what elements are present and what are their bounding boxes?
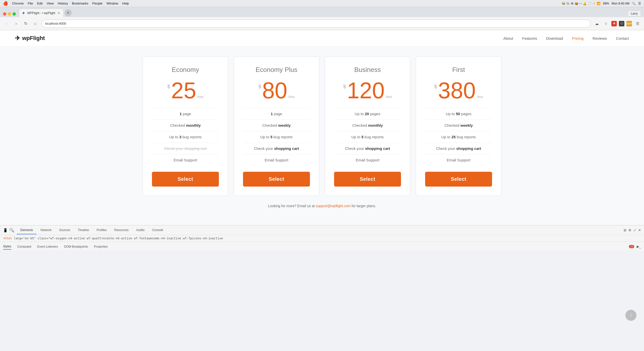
menu-bookmarks[interactable]: Bookmarks	[72, 2, 88, 5]
plan-features-economy: 1 page Checked monthly Up to 3 bug repor…	[152, 108, 219, 166]
devtools-tab-timeline[interactable]: Timeline	[74, 226, 93, 234]
feature-eplus-support: Email Support	[243, 154, 310, 166]
feature-eplus-cart: Check your shopping cart	[243, 143, 310, 154]
panel-properties[interactable]: Properties	[94, 244, 108, 249]
maximize-button[interactable]	[13, 12, 16, 16]
devtools-tab-sources[interactable]: Sources	[56, 226, 74, 234]
plan-name-economy: Economy	[172, 66, 199, 74]
devtools-tab-network[interactable]: Network	[37, 226, 55, 234]
select-button-business[interactable]: Select	[334, 172, 401, 187]
feature-economy-support: Email Support	[152, 154, 219, 166]
devtools-tab-audits[interactable]: Audits	[133, 226, 148, 234]
panel-computed[interactable]: Computed	[17, 244, 31, 249]
price-dollar-first: $	[434, 84, 437, 90]
footer-email[interactable]: support@wpflight.com	[316, 204, 351, 208]
panel-dom-breakpoints[interactable]: DOM Breakpoints	[64, 244, 88, 249]
extension-adblock-icon[interactable]: ABP	[626, 21, 632, 26]
nav-about[interactable]: About	[503, 36, 513, 40]
menu-view[interactable]: View	[47, 2, 54, 5]
feature-economy-pages: 1 page	[152, 108, 219, 119]
tab-title: WPFlight - • wpFlight	[27, 11, 55, 15]
new-tab-button[interactable]: +	[65, 9, 72, 16]
devtools-terminal-icon[interactable]: ▶_	[637, 245, 641, 248]
devtools-fullscreen-icon[interactable]: ⤢	[633, 228, 636, 232]
minimize-button[interactable]	[8, 12, 11, 16]
devtools-dock-icon[interactable]: ⊞	[624, 228, 626, 232]
extension-dark-icon[interactable]: 🛡	[619, 21, 624, 26]
pricing-cards: Economy $ 25 /mo 1 page Checked monthly …	[15, 57, 629, 196]
devtools-panel: 📱 🔍 Elements Network Sources Timeline Pr…	[0, 225, 644, 250]
feature-business-pages: Up to 20 pages	[334, 108, 401, 119]
extension-red-icon[interactable]: ✚	[611, 21, 617, 26]
price-dollar-economy: $	[167, 84, 170, 90]
menu-people[interactable]: People	[92, 2, 102, 5]
back-button[interactable]: ‹	[3, 20, 10, 27]
menu-window[interactable]: Window	[107, 2, 118, 5]
menu-history[interactable]: History	[58, 2, 68, 5]
bookmark-star-icon[interactable]: ☆	[602, 20, 609, 27]
macos-menubar: 🍎 Chrome File Edit View History Bookmark…	[0, 0, 644, 7]
forward-button[interactable]: ›	[13, 20, 20, 27]
feature-business-cart: Check your shopping cart	[334, 143, 401, 154]
site-logo[interactable]: ✈ wpFlight	[15, 35, 45, 42]
feature-business-bugs: Up to 5 bug reports	[334, 131, 401, 143]
url-input[interactable]: localhost:4000	[41, 20, 591, 28]
devtools-close-icon[interactable]: ✕	[638, 228, 641, 232]
nav-links: About Features Download Pricing Reviews …	[503, 36, 629, 40]
feature-first-support: Email Support	[425, 154, 492, 166]
address-bar-right: ☁ ☆ ✚ 🛡 ABP ☰	[593, 20, 641, 27]
active-tab[interactable]: ✈ WPFlight - • wpFlight ✕	[19, 9, 64, 17]
url-text: localhost:4000	[45, 22, 66, 25]
tab-close-button[interactable]: ✕	[57, 11, 60, 15]
price-period-first: /mo	[477, 95, 483, 99]
devtools-html-preview: <html lang="en-US" class="wf-oxygen-n4-a…	[0, 235, 644, 242]
devtools-status-bar: 14 ▶_	[629, 245, 641, 248]
price-period-economy-plus: /mo	[288, 95, 295, 99]
mobile-device-icon[interactable]: 📱	[3, 228, 8, 233]
select-button-economy-plus[interactable]: Select	[243, 172, 310, 187]
feature-first-bugs: Up to 25 bug reports	[425, 131, 492, 143]
chrome-menu-icon[interactable]: ☰	[634, 20, 641, 27]
apple-menu[interactable]: 🍎	[3, 1, 8, 6]
devtools-search-icon[interactable]: 🔍	[9, 228, 14, 233]
feature-business-check: Checked monthly	[334, 119, 401, 131]
menu-left: 🍎 Chrome File Edit View History Bookmark…	[3, 1, 129, 6]
pricing-card-economy: Economy $ 25 /mo 1 page Checked monthly …	[143, 57, 228, 196]
menu-chrome[interactable]: Chrome	[12, 2, 24, 5]
menu-icon[interactable]: ☰	[638, 2, 641, 5]
price-dollar-economy-plus: $	[258, 84, 261, 90]
error-count-badge: 14	[629, 245, 634, 248]
devtools-tab-console[interactable]: Console	[149, 226, 167, 234]
price-amount-business: 120	[347, 79, 385, 102]
feature-economy-bugs: Up to 3 bug reports	[152, 131, 219, 143]
user-profile[interactable]: Larry	[628, 11, 641, 17]
panel-styles[interactable]: Styles	[3, 244, 11, 250]
menu-file[interactable]: File	[28, 2, 33, 5]
search-icon[interactable]: 🔍	[632, 2, 636, 5]
home-button[interactable]: ⌂	[32, 20, 39, 27]
plan-features-economy-plus: 1 page Checked weekly Up to 5 bug report…	[243, 108, 310, 166]
nav-reviews[interactable]: Reviews	[593, 36, 607, 40]
devtools-tab-elements[interactable]: Elements	[17, 226, 36, 234]
select-button-economy[interactable]: Select	[152, 172, 219, 187]
nav-features[interactable]: Features	[522, 36, 537, 40]
devtools-tab-resources[interactable]: Resources	[111, 226, 132, 234]
plan-name-economy-plus: Economy Plus	[256, 66, 297, 74]
panel-event-listeners[interactable]: Event Listeners	[37, 244, 58, 249]
plan-price-first: $ 380 /mo	[434, 79, 483, 102]
menu-edit[interactable]: Edit	[37, 2, 43, 5]
reload-button[interactable]: ↻	[22, 20, 29, 27]
feature-economy-cart: Check your shopping cart	[152, 143, 219, 154]
select-button-first[interactable]: Select	[425, 172, 492, 187]
nav-download[interactable]: Download	[546, 36, 563, 40]
nav-contact[interactable]: Contact	[616, 36, 629, 40]
menu-help[interactable]: Help	[122, 2, 129, 5]
battery-level: 68%	[603, 2, 609, 5]
devtools-settings-icon[interactable]: ⚙	[628, 228, 631, 232]
plan-name-first: First	[452, 66, 465, 74]
nav-pricing[interactable]: Pricing	[572, 36, 584, 40]
devtools-tab-profiles[interactable]: Profiles	[93, 226, 110, 234]
plan-price-business: $ 120 /mo	[343, 79, 392, 102]
close-button[interactable]	[3, 12, 6, 16]
cloud-icon[interactable]: ☁	[593, 20, 600, 27]
